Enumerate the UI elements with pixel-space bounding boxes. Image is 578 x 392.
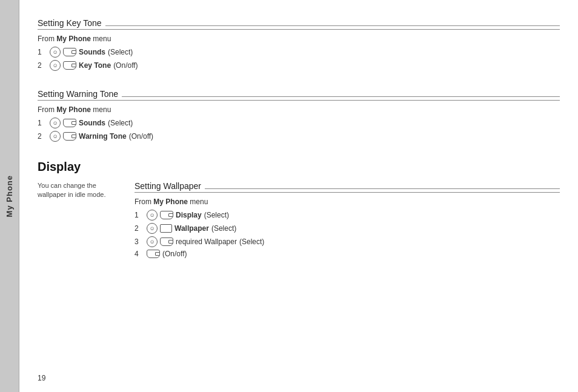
- step-action: (Select): [204, 211, 229, 219]
- warning-tone-dots: [122, 96, 560, 97]
- key-tone-title: Setting Key Tone: [38, 18, 560, 30]
- section-key-tone: Setting Key Tone From My Phone menu 1 ☺ …: [38, 18, 560, 71]
- step-label: Display: [176, 211, 202, 219]
- circle-icon: ☺: [147, 223, 158, 234]
- warning-from-text: From: [38, 105, 56, 114]
- wallpaper-step-2: 2 ☺ Wallpaper (Select): [135, 223, 560, 234]
- softkey-select-icon: [160, 238, 173, 246]
- page-number: 19: [38, 374, 45, 382]
- key-tone-from-bold: My Phone: [56, 35, 91, 43]
- key-tone-from-text: From: [38, 35, 56, 43]
- softkey-select-icon: [63, 48, 76, 56]
- wallpaper-step-1: 1 ☺ Display (Select): [135, 210, 560, 221]
- wallpaper-from-suffix: menu: [188, 198, 208, 206]
- step-label: Wallpaper: [174, 224, 209, 233]
- softkey-select-icon: [63, 61, 76, 70]
- warning-tone-title-text: Setting Warning Tone: [38, 89, 118, 99]
- step-action: (Select): [239, 238, 264, 246]
- step-num: 1: [38, 119, 47, 127]
- step-label: Key Tone: [79, 61, 111, 70]
- wallpaper-dots: [205, 188, 560, 189]
- warning-tone-from: From My Phone menu: [38, 105, 560, 114]
- step-num: 2: [38, 132, 47, 141]
- circle-icon: ☺: [50, 47, 61, 58]
- step-num: 4: [135, 250, 144, 258]
- step-label: Sounds: [79, 119, 105, 127]
- side-note: You can change the wallpaper in idle mod…: [38, 181, 135, 261]
- step-num: 2: [135, 224, 144, 233]
- warning-from-bold: My Phone: [56, 105, 91, 114]
- circle-icon: ☺: [147, 210, 158, 221]
- warning-tone-step-2: 2 ☺ Warning Tone (On/off): [38, 131, 560, 142]
- sidebar-label: My Phone: [5, 175, 14, 217]
- step-action: (Select): [108, 119, 133, 127]
- step-label: required Wallpaper: [176, 238, 237, 246]
- wallpaper-from-bold: My Phone: [153, 198, 188, 206]
- step-num: 2: [38, 61, 47, 70]
- key-tone-title-text: Setting Key Tone: [38, 18, 102, 28]
- step-action: (On/off): [129, 132, 153, 141]
- step-action: (On/off): [162, 250, 187, 258]
- key-tone-from: From My Phone menu: [38, 35, 560, 43]
- sidebar-tab: My Phone: [0, 0, 19, 392]
- wallpaper-from-text: From: [135, 198, 153, 206]
- step-action: (On/off): [113, 61, 138, 70]
- softkey-onoff-icon: [147, 250, 160, 258]
- section-warning-tone: Setting Warning Tone From My Phone menu …: [38, 89, 560, 142]
- step-action: (Select): [211, 224, 236, 233]
- edit-icon: [160, 224, 172, 233]
- circle-icon: ☺: [50, 60, 61, 71]
- circle-icon: ☺: [50, 131, 61, 142]
- main-content: Setting Key Tone From My Phone menu 1 ☺ …: [19, 0, 578, 392]
- key-tone-dots: [105, 25, 560, 26]
- circle-icon: ☺: [50, 118, 61, 128]
- wallpaper-step-4: 4 (On/off): [135, 250, 560, 258]
- wallpaper-title: Setting Wallpaper: [135, 181, 560, 193]
- step-num: 3: [135, 238, 144, 246]
- step-label: Sounds: [79, 48, 105, 56]
- wallpaper-title-text: Setting Wallpaper: [135, 181, 201, 191]
- circle-icon: ☺: [147, 236, 158, 247]
- step-num: 1: [135, 211, 144, 219]
- step-label: Warning Tone: [79, 132, 127, 141]
- wallpaper-from: From My Phone menu: [135, 198, 560, 206]
- warning-from-suffix: menu: [91, 105, 111, 114]
- display-header: Display: [38, 160, 560, 174]
- wallpaper-layout: You can change the wallpaper in idle mod…: [38, 181, 560, 261]
- step-action: (Select): [108, 48, 133, 56]
- softkey-select-icon: [63, 119, 76, 127]
- wallpaper-content: Setting Wallpaper From My Phone menu 1 ☺…: [135, 181, 560, 261]
- softkey-select-icon: [63, 132, 76, 141]
- warning-tone-step-1: 1 ☺ Sounds (Select): [38, 118, 560, 128]
- key-tone-from-suffix: menu: [91, 35, 111, 43]
- step-num: 1: [38, 48, 47, 56]
- warning-tone-title: Setting Warning Tone: [38, 89, 560, 101]
- key-tone-step-2: 2 ☺ Key Tone (On/off): [38, 60, 560, 71]
- wallpaper-step-3: 3 ☺ required Wallpaper (Select): [135, 236, 560, 247]
- key-tone-step-1: 1 ☺ Sounds (Select): [38, 47, 560, 58]
- softkey-select-icon: [160, 211, 173, 219]
